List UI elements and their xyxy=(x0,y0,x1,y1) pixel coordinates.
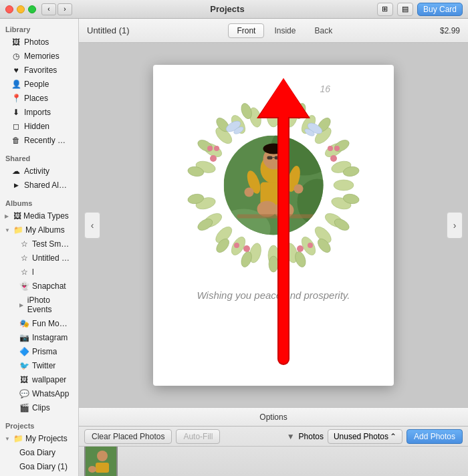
sidebar-item-twitter[interactable]: 🐦 Twitter xyxy=(2,359,76,372)
sidebar-group-my-albums[interactable]: ▼ 📁 My Albums xyxy=(2,223,76,237)
sidebar-item-label: Goa Diary (1) xyxy=(19,462,68,471)
svg-point-32 xyxy=(269,256,278,272)
content-area: Untitled (1) Front Inside Back $2.99 ‹ 1… xyxy=(79,19,468,476)
sidebar-item-recently-deleted[interactable]: 🗑 Recently Delet... xyxy=(2,134,76,147)
traffic-lights xyxy=(5,5,36,13)
sidebar-item-snapchat[interactable]: 👻 Snapchat xyxy=(2,279,76,293)
photo-thumbnail[interactable] xyxy=(84,447,118,476)
maximize-button[interactable] xyxy=(28,5,36,13)
clear-placed-photos-button[interactable]: Clear Placed Photos xyxy=(84,429,172,444)
sidebar-item-label: Imports xyxy=(24,108,51,117)
sidebar-item-instagram[interactable]: 📷 Instagram xyxy=(2,331,76,344)
sidebar: Library 🖼 Photos ◷ Memories ♥ Favorites … xyxy=(0,19,79,476)
back-nav-button[interactable]: ‹ xyxy=(41,3,56,15)
tab-inside[interactable]: Inside xyxy=(265,23,304,38)
sidebar-item-label: My Projects xyxy=(25,434,68,443)
sidebar-item-wallpaper[interactable]: 🖼 wallpaper xyxy=(2,373,76,386)
instagram-icon: 📷 xyxy=(19,333,29,342)
sidebar-item-label: iPhoto Events xyxy=(27,295,71,314)
svg-point-52 xyxy=(277,108,283,113)
sidebar-item-activity[interactable]: ☁ Activity xyxy=(2,164,76,178)
tab-front[interactable]: Front xyxy=(228,23,264,38)
auto-fill-button[interactable]: Auto-Fill xyxy=(176,429,220,444)
prev-page-button[interactable]: ‹ xyxy=(84,212,100,239)
svg-point-43 xyxy=(334,146,340,151)
sidebar-item-goa-diary-1[interactable]: Goa Diary (1) xyxy=(2,460,76,473)
next-page-button[interactable]: › xyxy=(447,212,463,239)
sidebar-group-media-types[interactable]: ▶ 🖼 Media Types xyxy=(2,209,76,223)
sidebar-item-photos[interactable]: 🖼 Photos xyxy=(2,35,76,49)
minimize-button[interactable] xyxy=(17,5,25,13)
unused-photos-chevron-icon: ⌃ xyxy=(390,432,396,441)
albums-section-header: Albums xyxy=(0,193,78,209)
recently-deleted-icon: 🗑 xyxy=(11,136,21,145)
document-title: Untitled (1) xyxy=(87,25,130,35)
sidebar-group-iphoto-events[interactable]: ▶ iPhoto Events xyxy=(2,293,76,316)
sidebar-item-test-smart[interactable]: ☆ Test Smart... xyxy=(2,237,76,251)
sidebar-item-clips[interactable]: 🎬 Clips xyxy=(2,401,76,414)
titlebar: ‹ › Projects ⊞ ▤ Buy Card xyxy=(0,0,468,19)
sidebar-item-label: Goa Diary xyxy=(19,448,55,457)
svg-point-47 xyxy=(297,245,304,252)
toolbar-right: ⊞ ▤ Buy Card xyxy=(377,3,463,16)
add-photos-button[interactable]: Add Photos xyxy=(406,429,463,444)
sidebar-item-label: Clips xyxy=(32,403,50,412)
sidebar-item-untitled-sm[interactable]: ☆ Untitled Sm... xyxy=(2,251,76,265)
sidebar-item-label: Activity xyxy=(24,166,49,176)
svg-rect-82 xyxy=(96,463,109,473)
svg-point-81 xyxy=(97,451,108,461)
svg-point-44 xyxy=(210,155,217,162)
sidebar-group-my-projects[interactable]: ▼ 📁 My Projects xyxy=(2,432,76,445)
split-view-button[interactable]: ⊞ xyxy=(377,3,393,16)
sidebar-item-hidden[interactable]: ◻ Hidden xyxy=(2,120,76,133)
sidebar-item-label: Prisma xyxy=(32,347,57,356)
close-button[interactable] xyxy=(5,5,13,13)
svg-point-49 xyxy=(243,245,250,252)
sidebar-toggle-button[interactable]: ▤ xyxy=(397,3,413,16)
bottom-toolbar-controls: Clear Placed Photos Auto-Fill ▼ Photos U… xyxy=(79,427,468,447)
sidebar-item-favorites[interactable]: ♥ Favorites xyxy=(2,64,76,77)
expand-arrow-icon: ▼ xyxy=(5,227,11,233)
content-header: Untitled (1) Front Inside Back $2.99 xyxy=(79,19,468,43)
options-button[interactable]: Options xyxy=(249,411,298,423)
sidebar-item-prisma[interactable]: 🔷 Prisma xyxy=(2,345,76,358)
activity-icon: ☁ xyxy=(11,166,21,176)
sidebar-item-label: Places xyxy=(24,94,48,103)
expand-arrow-icon: ▼ xyxy=(5,436,11,442)
my-albums-icon: 📁 xyxy=(13,225,23,235)
sidebar-item-label: Instagram xyxy=(32,333,68,342)
sidebar-item-label: My Albums xyxy=(25,225,65,235)
greeting-card: 16 xyxy=(153,65,394,386)
sidebar-item-l[interactable]: ☆ l xyxy=(2,265,76,279)
shared-section-header: Shared xyxy=(0,148,78,164)
sidebar-item-imports[interactable]: ⬇ Imports xyxy=(2,106,76,119)
card-greeting-text: Wishing you peace and prosperity. xyxy=(184,289,364,301)
forward-nav-button[interactable]: › xyxy=(57,3,72,15)
dropdown-arrow-icon: ▼ xyxy=(287,432,295,441)
unused-photos-label: Unused Photos xyxy=(334,432,388,441)
clips-icon: 🎬 xyxy=(19,403,29,412)
sidebar-item-whatsapp[interactable]: 💬 WhatsApp xyxy=(2,387,76,400)
places-icon: 📍 xyxy=(11,94,21,103)
tab-back[interactable]: Back xyxy=(306,23,341,38)
sidebar-item-memories[interactable]: ◷ Memories xyxy=(2,49,76,63)
svg-point-51 xyxy=(270,105,277,112)
snapchat-icon: 👻 xyxy=(19,281,29,291)
unused-photos-button[interactable]: Unused Photos ⌃ xyxy=(328,429,402,444)
sidebar-item-places[interactable]: 📍 Places xyxy=(2,92,76,105)
svg-rect-73 xyxy=(237,214,314,218)
sidebar-item-fun-moments[interactable]: 🎭 Fun Moments xyxy=(2,317,76,330)
window-title: Projects xyxy=(78,4,377,14)
sidebar-item-people[interactable]: 👤 People xyxy=(2,78,76,91)
bottom-toolbar: Clear Placed Photos Auto-Fill ▼ Photos U… xyxy=(79,426,468,476)
svg-point-42 xyxy=(328,146,333,151)
svg-point-74 xyxy=(245,187,254,197)
memories-icon: ◷ xyxy=(11,51,21,61)
library-section-header: Library xyxy=(0,19,78,35)
buy-card-button[interactable]: Buy Card xyxy=(417,3,463,16)
sidebar-item-shared-albums[interactable]: ▶ Shared Albums xyxy=(2,178,76,192)
photos-section-label: Photos xyxy=(299,432,324,441)
svg-point-46 xyxy=(207,146,213,151)
card-photo[interactable] xyxy=(222,133,326,237)
sidebar-item-goa-diary[interactable]: Goa Diary xyxy=(2,446,76,459)
